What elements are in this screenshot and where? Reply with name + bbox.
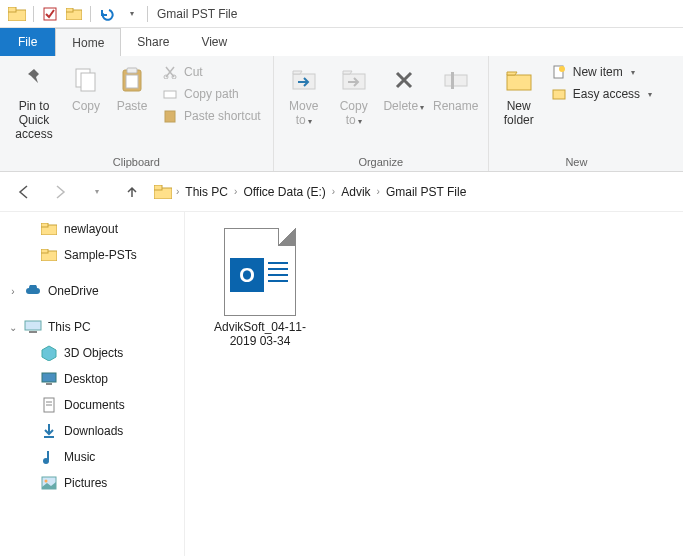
cut-button[interactable]: Cut — [156, 62, 267, 82]
breadcrumb-item[interactable]: Advik — [339, 181, 372, 203]
svg-rect-29 — [29, 331, 37, 333]
paste-label: Paste — [117, 100, 148, 114]
back-button[interactable] — [10, 178, 38, 206]
tab-share-label: Share — [137, 35, 169, 49]
svg-rect-17 — [451, 72, 454, 89]
svg-point-38 — [45, 480, 48, 483]
computer-icon — [24, 318, 42, 336]
new-folder-icon — [503, 64, 535, 96]
paste-shortcut-label: Paste shortcut — [184, 109, 261, 123]
chevron-right-icon[interactable]: › — [8, 286, 18, 297]
recent-dropdown-icon[interactable]: ▾ — [82, 178, 110, 206]
tree-label: Sample-PSTs — [64, 248, 137, 262]
tree-label: newlayout — [64, 222, 118, 236]
copy-icon — [70, 64, 102, 96]
tree-item-sample-psts[interactable]: Sample-PSTs — [0, 242, 184, 268]
tree-item-music[interactable]: Music — [0, 444, 184, 470]
copy-to-label: Copy to — [340, 99, 368, 127]
copy-to-button[interactable]: Copy to▾ — [330, 60, 378, 132]
copy-label: Copy — [72, 100, 100, 114]
easy-access-button[interactable]: Easy access▾ — [545, 84, 658, 104]
cloud-icon — [24, 282, 42, 300]
file-name: AdvikSoft_04-11-2019 03-34 — [205, 320, 315, 349]
new-item-icon — [551, 64, 567, 80]
tree-item-3d-objects[interactable]: 3D Objects — [0, 340, 184, 366]
tree-item-documents[interactable]: Documents — [0, 392, 184, 418]
tree-label: Pictures — [64, 476, 107, 490]
group-clipboard: Pin to Quick access Copy Paste Cut — [0, 56, 274, 171]
chevron-right-icon[interactable]: › — [234, 186, 237, 197]
tab-share[interactable]: Share — [121, 28, 185, 56]
svg-point-36 — [43, 458, 49, 464]
tree-item-desktop[interactable]: Desktop — [0, 366, 184, 392]
svg-rect-21 — [553, 90, 565, 99]
new-group-label: New — [495, 154, 658, 171]
copy-path-button[interactable]: Copy path — [156, 84, 267, 104]
breadcrumb[interactable]: › This PC › Office Data (E:) › Advik › G… — [154, 181, 468, 203]
tree-label: Music — [64, 450, 95, 464]
cut-icon — [162, 64, 178, 80]
breadcrumb-item[interactable]: This PC — [183, 181, 230, 203]
paste-shortcut-button[interactable]: Paste shortcut — [156, 106, 267, 126]
group-organize: Move to▾ Copy to▾ Delete▾ Rename — [274, 56, 489, 171]
folder-icon — [40, 246, 58, 264]
pictures-icon — [40, 474, 58, 492]
chevron-down-icon[interactable]: ⌄ — [8, 322, 18, 333]
forward-button[interactable] — [46, 178, 74, 206]
desktop-icon — [40, 370, 58, 388]
chevron-right-icon[interactable]: › — [176, 186, 179, 197]
easy-access-label: Easy access — [573, 87, 640, 101]
copy-to-icon — [338, 64, 370, 96]
folder-icon[interactable] — [6, 3, 28, 25]
svg-rect-8 — [127, 68, 137, 73]
delete-button[interactable]: Delete▾ — [380, 60, 428, 118]
easy-access-icon — [551, 86, 567, 102]
new-folder-button[interactable]: New folder — [495, 60, 543, 132]
undo-icon[interactable] — [96, 3, 118, 25]
svg-rect-13 — [165, 111, 175, 122]
breadcrumb-item[interactable]: Gmail PST File — [384, 181, 468, 203]
organize-group-label: Organize — [280, 154, 482, 171]
pst-file-icon: O — [224, 228, 296, 316]
paste-button[interactable]: Paste — [110, 60, 154, 118]
tab-view-label: View — [201, 35, 227, 49]
up-button[interactable] — [118, 178, 146, 206]
qat-dropdown-icon[interactable]: ▾ — [120, 3, 142, 25]
svg-rect-28 — [25, 321, 41, 330]
svg-point-20 — [559, 66, 565, 72]
pin-to-quick-access-button[interactable]: Pin to Quick access — [6, 60, 62, 145]
new-item-button[interactable]: New item▾ — [545, 62, 658, 82]
file-list[interactable]: O AdvikSoft_04-11-2019 03-34 — [185, 212, 683, 556]
copy-path-label: Copy path — [184, 87, 239, 101]
svg-rect-12 — [164, 91, 176, 98]
delete-label: Delete — [383, 99, 418, 113]
copy-button[interactable]: Copy — [64, 60, 108, 118]
svg-rect-25 — [41, 223, 48, 227]
tree-item-downloads[interactable]: Downloads — [0, 418, 184, 444]
tree-item-onedrive[interactable]: › OneDrive — [0, 278, 184, 304]
new-folder-label: New folder — [497, 100, 541, 128]
tree-item-pictures[interactable]: Pictures — [0, 470, 184, 496]
chevron-right-icon[interactable]: › — [377, 186, 380, 197]
paste-icon — [116, 64, 148, 96]
chevron-right-icon[interactable]: › — [332, 186, 335, 197]
checkbox-icon[interactable] — [39, 3, 61, 25]
move-to-icon — [288, 64, 320, 96]
tree-item-this-pc[interactable]: ⌄ This PC — [0, 314, 184, 340]
folder-small-icon[interactable] — [63, 3, 85, 25]
navigation-tree[interactable]: newlayout Sample-PSTs › OneDrive ⌄ This … — [0, 212, 185, 556]
delete-icon — [388, 64, 420, 96]
group-new: New folder New item▾ Easy access▾ New — [489, 56, 664, 171]
documents-icon — [40, 396, 58, 414]
move-to-button[interactable]: Move to▾ — [280, 60, 328, 132]
tree-item-newlayout[interactable]: newlayout — [0, 216, 184, 242]
breadcrumb-item[interactable]: Office Data (E:) — [241, 181, 327, 203]
ribbon: Pin to Quick access Copy Paste Cut — [0, 56, 683, 172]
rename-button[interactable]: Rename — [430, 60, 482, 118]
music-icon — [40, 448, 58, 466]
tab-file[interactable]: File — [0, 28, 55, 56]
downloads-icon — [40, 422, 58, 440]
tab-view[interactable]: View — [185, 28, 243, 56]
file-item[interactable]: O AdvikSoft_04-11-2019 03-34 — [205, 228, 315, 349]
tab-home[interactable]: Home — [55, 28, 121, 56]
